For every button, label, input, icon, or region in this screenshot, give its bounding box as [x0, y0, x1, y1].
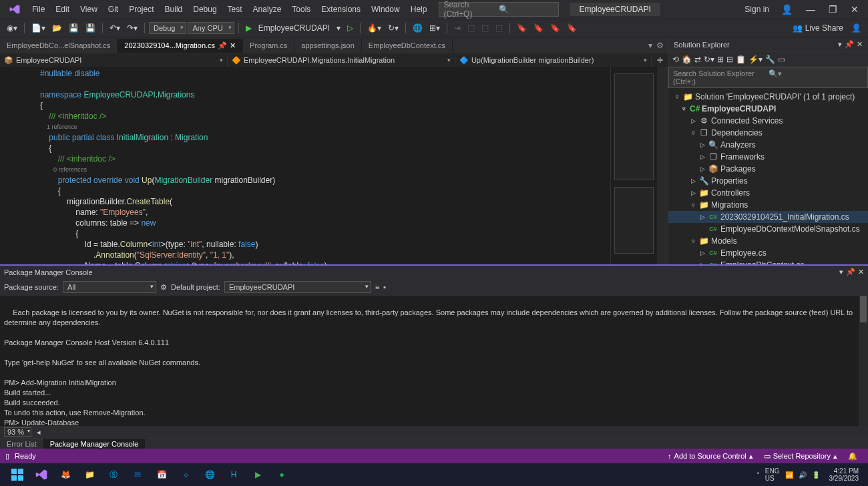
- start-menu-icon[interactable]: [8, 465, 27, 484]
- menu-debug[interactable]: Debug: [188, 2, 222, 17]
- save-button[interactable]: 💾: [66, 22, 81, 34]
- tree-item[interactable]: ▿📁Migrations: [668, 199, 868, 211]
- pmc-gear-icon[interactable]: ⚙: [160, 283, 167, 292]
- pmc-hscroll-left[interactable]: ◂: [37, 428, 41, 437]
- step3-icon[interactable]: ⬚: [479, 22, 491, 34]
- taskbar-vs-icon[interactable]: [32, 465, 51, 484]
- notifications-icon[interactable]: 🔔: [843, 452, 863, 461]
- bookmark3-icon[interactable]: 🔖: [548, 22, 563, 34]
- platform-dropdown[interactable]: Any CPU: [188, 22, 234, 34]
- sol-collapse-icon[interactable]: ⊟: [726, 55, 733, 64]
- file-tab[interactable]: appsettings.json: [294, 39, 362, 52]
- tree-item[interactable]: ▷C#EmployeeDbContext.cs: [668, 259, 868, 264]
- taskbar-firefox-icon[interactable]: 🦊: [56, 465, 75, 484]
- sol-pin-icon[interactable]: 📌: [845, 40, 854, 49]
- taskbar-vscode-icon[interactable]: ⟐: [176, 465, 195, 484]
- step2-icon[interactable]: ⬚: [465, 22, 477, 34]
- menu-view[interactable]: View: [75, 2, 103, 17]
- add-source-control[interactable]: ↑ Add to Source Control ▴: [662, 452, 758, 461]
- start-without-debug[interactable]: ▷: [345, 22, 356, 34]
- sol-home2-icon[interactable]: 🏠: [682, 55, 692, 64]
- menu-test[interactable]: Test: [222, 2, 248, 17]
- taskbar-chrome-icon[interactable]: 🌐: [200, 465, 219, 484]
- tree-item[interactable]: C#EmployeeDbContextModelSnapshot.cs: [668, 223, 868, 235]
- tray-chevron-icon[interactable]: ˄: [756, 471, 760, 479]
- tree-item[interactable]: ▿📁Models: [668, 235, 868, 247]
- tree-item[interactable]: ▷🔍Analyzers: [668, 139, 868, 151]
- maximize-button[interactable]: ❐: [822, 4, 844, 15]
- file-tab[interactable]: EmployeeDbCo...elSnapshot.cs: [0, 39, 118, 52]
- code-editor[interactable]: #nullable disable namespace EmployeeCRUD…: [33, 67, 610, 264]
- select-repo[interactable]: ▭ Select Repository ▴: [758, 452, 843, 461]
- undo-button[interactable]: ↶▾: [107, 22, 123, 34]
- user-icon[interactable]: 👤: [775, 4, 799, 15]
- file-tab[interactable]: 20230329104...Migration.cs 📌 ✕: [118, 39, 243, 53]
- menu-build[interactable]: Build: [160, 2, 188, 17]
- open-button[interactable]: 📂: [49, 22, 65, 34]
- hot-reload-icon[interactable]: 🔥▾: [365, 22, 384, 34]
- sol-dropdown-icon[interactable]: ▾: [838, 40, 842, 49]
- tray-wifi-icon[interactable]: 📶: [785, 471, 793, 479]
- nav-project[interactable]: 📦 EmployeeCRUDAPI: [0, 55, 228, 66]
- vs-logo-icon[interactable]: [8, 3, 21, 16]
- menu-window[interactable]: Window: [366, 2, 405, 17]
- menu-extensions[interactable]: Extensions: [316, 2, 366, 17]
- nav-method[interactable]: 🔷 Up(MigrationBuilder migrationBuilder): [455, 55, 652, 66]
- taskbar-app1-icon[interactable]: H: [224, 465, 243, 484]
- back-button[interactable]: ◉▾: [4, 22, 20, 34]
- step-icon[interactable]: ⇥: [451, 22, 463, 34]
- pmc-clear-icon[interactable]: ▪: [383, 283, 386, 291]
- sol-filter-icon[interactable]: ⊞: [717, 55, 724, 64]
- menu-help[interactable]: Help: [405, 2, 433, 17]
- bookmark-icon[interactable]: 🔖: [514, 22, 529, 34]
- nav-class[interactable]: 🔶 EmployeeCRUDAPI.Migrations.InitialMigr…: [228, 55, 455, 66]
- tree-solution-root[interactable]: ▿📁 Solution 'EmployeeCRUDAPI' (1 of 1 pr…: [668, 91, 868, 103]
- tree-project[interactable]: ▿C# EmployeeCRUDAPI: [668, 103, 868, 115]
- tray-volume-icon[interactable]: 🔊: [799, 471, 807, 479]
- step4-icon[interactable]: ⬚: [493, 22, 505, 34]
- start-label[interactable]: EmployeeCRUDAPI: [256, 23, 333, 33]
- taskbar-mail-icon[interactable]: ✉: [128, 465, 147, 484]
- sol-refresh-icon[interactable]: ↻▾: [704, 55, 714, 64]
- start-button[interactable]: ▶: [243, 22, 254, 34]
- tree-item[interactable]: ▷📦Packages: [668, 163, 868, 175]
- new-button[interactable]: 📄▾: [29, 22, 48, 34]
- tab-close-icon[interactable]: ✕: [230, 41, 236, 50]
- sol-home-icon[interactable]: ⟲: [672, 55, 679, 64]
- save-all-button[interactable]: 💾: [83, 22, 98, 34]
- menu-file[interactable]: File: [27, 2, 50, 17]
- signin-link[interactable]: Sign in: [739, 5, 775, 14]
- tabs-overflow-icon[interactable]: ▾: [648, 41, 652, 50]
- tree-item[interactable]: ▷C#Employee.cs: [668, 247, 868, 259]
- pmc-zoom[interactable]: 93 %: [4, 427, 31, 437]
- menu-git[interactable]: Git: [103, 2, 124, 17]
- pmc-output[interactable]: Each package is licensed to you by its o…: [0, 296, 868, 426]
- taskbar-skype-icon[interactable]: Ⓢ: [104, 465, 123, 484]
- redo-button[interactable]: ↷▾: [124, 22, 140, 34]
- pmc-pin-icon[interactable]: 📌: [846, 268, 855, 276]
- tree-item[interactable]: ▷🔧Properties: [668, 175, 868, 187]
- tree-item[interactable]: ▷C#20230329104251_InitialMigration.cs: [668, 211, 868, 223]
- feedback-icon[interactable]: 👤: [849, 22, 864, 34]
- close-button[interactable]: ✕: [844, 4, 865, 15]
- pmc-close-icon[interactable]: ✕: [858, 268, 864, 276]
- sol-close-icon[interactable]: ✕: [857, 40, 863, 49]
- tree-item[interactable]: ▷❐Frameworks: [668, 151, 868, 163]
- pmc-indent-icon[interactable]: ≡: [375, 283, 379, 291]
- sol-sync-icon[interactable]: ⇄: [694, 55, 701, 64]
- window-icon[interactable]: ⊞▾: [427, 22, 443, 34]
- tab-pin-icon[interactable]: 📌: [218, 41, 227, 50]
- tree-item[interactable]: ▷📁Controllers: [668, 187, 868, 199]
- tray-lang[interactable]: ENGUS: [765, 467, 780, 482]
- taskbar-calendar-icon[interactable]: 📅: [152, 465, 171, 484]
- taskbar-spotify-icon[interactable]: ●: [272, 465, 291, 484]
- config-dropdown[interactable]: Debug: [149, 22, 186, 34]
- pmc-scrollbar[interactable]: [859, 296, 868, 426]
- minimize-button[interactable]: —: [799, 4, 822, 15]
- minimap[interactable]: [610, 67, 657, 264]
- search-input[interactable]: Search (Ctrl+Q) 🔍: [439, 2, 559, 17]
- menu-project[interactable]: Project: [124, 2, 159, 17]
- file-tab[interactable]: EmployeeDbContext.cs: [362, 39, 453, 52]
- bookmark2-icon[interactable]: 🔖: [531, 22, 546, 34]
- bookmark4-icon[interactable]: 🔖: [564, 22, 580, 34]
